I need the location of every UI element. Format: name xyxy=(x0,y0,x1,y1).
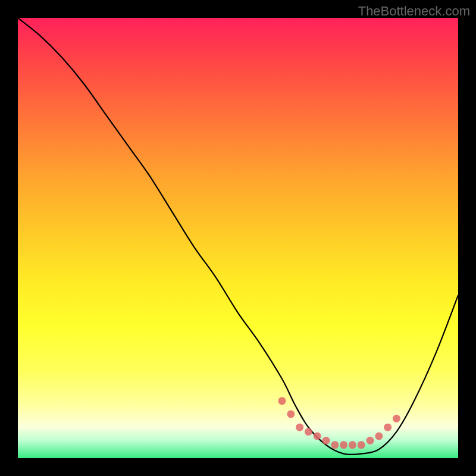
marker-dot xyxy=(305,428,312,436)
marker-dot xyxy=(278,397,286,405)
marker-dot xyxy=(375,433,383,440)
marker-dot xyxy=(367,437,374,444)
marker-dot xyxy=(322,437,330,444)
chart-container xyxy=(18,18,458,458)
marker-dot xyxy=(314,433,321,440)
marker-dot xyxy=(358,441,365,449)
marker-dot xyxy=(287,411,295,418)
highlight-dots xyxy=(278,397,400,449)
watermark-text: TheBottleneck.com xyxy=(358,4,470,19)
marker-dot xyxy=(331,441,339,449)
marker-dot xyxy=(384,424,392,431)
bottleneck-curve xyxy=(18,18,458,455)
chart-svg xyxy=(18,18,458,458)
marker-dot xyxy=(340,441,347,449)
marker-dot xyxy=(393,415,400,422)
marker-dot xyxy=(349,441,356,449)
marker-dot xyxy=(296,424,303,431)
